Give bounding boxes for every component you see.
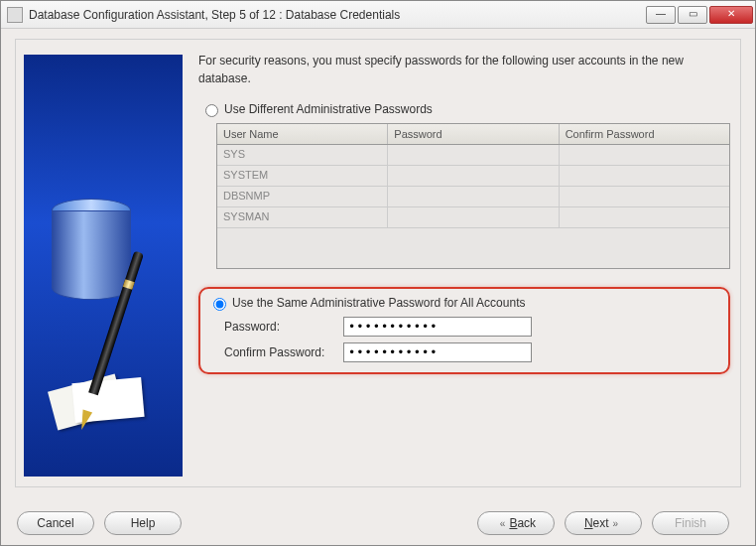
cell-confirm: [560, 166, 729, 186]
cell-username: SYS: [217, 145, 388, 165]
app-icon: [7, 7, 23, 23]
cell-username: SYSMAN: [217, 207, 388, 227]
titlebar: Database Configuration Assistant, Step 5…: [1, 1, 755, 29]
confirm-password-input[interactable]: [343, 342, 532, 362]
cell-password: [388, 207, 559, 227]
cell-confirm: [560, 187, 729, 206]
table-header: User Name Password Confirm Password: [217, 124, 729, 145]
cancel-button[interactable]: Cancel: [17, 511, 94, 535]
table-row: SYSMAN: [217, 207, 729, 228]
intro-text: For security reasons, you must specify p…: [198, 52, 730, 87]
confirm-password-label: Confirm Password:: [224, 345, 343, 359]
cell-username: SYSTEM: [217, 166, 388, 186]
cell-confirm: [560, 145, 729, 165]
help-button[interactable]: Help: [104, 511, 182, 535]
dbca-window: Database Configuration Assistant, Step 5…: [0, 0, 756, 546]
option-same-password[interactable]: Use the Same Administrative Password for…: [206, 295, 720, 311]
option-different-label: Use Different Administrative Passwords: [224, 102, 433, 116]
password-label: Password:: [224, 320, 343, 334]
cell-confirm: [560, 207, 729, 227]
maximize-button[interactable]: ▭: [678, 6, 707, 24]
next-button[interactable]: Next»: [565, 511, 642, 535]
radio-same-password[interactable]: [213, 298, 226, 311]
col-password: Password: [388, 124, 559, 144]
col-username: User Name: [217, 124, 388, 144]
main-panel: For security reasons, you must specify p…: [15, 39, 741, 487]
close-button[interactable]: ✕: [709, 6, 753, 24]
option-same-label: Use the Same Administrative Password for…: [232, 296, 525, 310]
cell-password: [388, 145, 559, 165]
col-confirm-password: Confirm Password: [560, 124, 729, 144]
cell-username: DBSNMP: [217, 187, 388, 206]
right-pane: For security reasons, you must specify p…: [190, 40, 740, 486]
window-title: Database Configuration Assistant, Step 5…: [29, 8, 644, 22]
back-button[interactable]: «Back: [477, 511, 555, 535]
next-arrow-icon: »: [613, 518, 619, 529]
credentials-table: User Name Password Confirm Password SYS …: [216, 123, 730, 269]
button-bar: Cancel Help «Back Next» Finish: [1, 501, 755, 545]
cell-password: [388, 187, 559, 206]
table-row: SYS: [217, 145, 729, 166]
finish-button: Finish: [652, 511, 729, 535]
table-row: SYSTEM: [217, 166, 729, 187]
same-password-section: Use the Same Administrative Password for…: [198, 287, 730, 374]
content-area: For security reasons, you must specify p…: [1, 29, 755, 501]
wizard-side-image: [24, 55, 183, 477]
option-different-passwords[interactable]: Use Different Administrative Passwords: [198, 101, 730, 117]
back-arrow-icon: «: [500, 518, 506, 529]
table-row: DBSNMP: [217, 187, 729, 207]
password-input[interactable]: [343, 317, 532, 337]
cell-password: [388, 166, 559, 186]
radio-different-passwords[interactable]: [205, 104, 218, 117]
minimize-button[interactable]: —: [646, 6, 676, 24]
